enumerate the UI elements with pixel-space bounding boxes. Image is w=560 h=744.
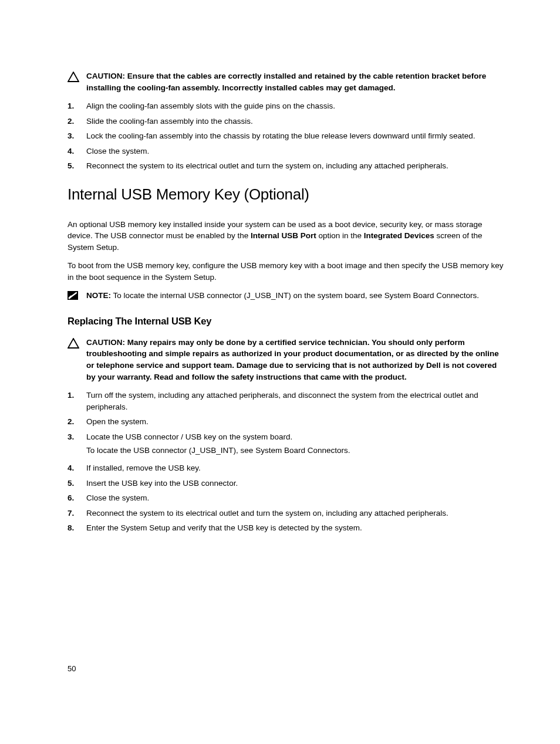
list-item: 2. Open the system. bbox=[68, 416, 504, 428]
list-text: If installed, remove the USB key. bbox=[86, 462, 504, 474]
list-num: 5. bbox=[68, 478, 86, 489]
steps-list-1: 1. Align the cooling-fan assembly slots … bbox=[68, 100, 504, 172]
page-number: 50 bbox=[68, 664, 76, 675]
note-icon bbox=[68, 291, 86, 300]
caution-text-1: CAUTION: Ensure that the cables are corr… bbox=[86, 70, 504, 93]
list-text: Locate the USB connector / USB key on th… bbox=[86, 431, 504, 459]
list-item: 1. Turn off the system, including any at… bbox=[68, 390, 504, 412]
list-item: 3. Locate the USB connector / USB key on… bbox=[68, 431, 504, 459]
list-num: 5. bbox=[68, 160, 86, 172]
list-text: Close the system. bbox=[86, 146, 504, 157]
list-num: 3. bbox=[68, 130, 86, 142]
list-item: 7. Reconnect the system to its electrica… bbox=[68, 508, 504, 519]
list-item: 4. If installed, remove the USB key. bbox=[68, 462, 504, 474]
list-num: 4. bbox=[68, 462, 86, 474]
list-text: Lock the cooling-fan assembly into the c… bbox=[86, 130, 504, 142]
list-item: 5. Insert the USB key into the USB conne… bbox=[68, 478, 504, 489]
list-item: 1. Align the cooling-fan assembly slots … bbox=[68, 100, 504, 112]
list-num: 2. bbox=[68, 416, 86, 428]
list-text: Open the system. bbox=[86, 416, 504, 428]
list-text: Enter the System Setup and verify that t… bbox=[86, 522, 504, 534]
caution-icon bbox=[68, 338, 86, 349]
paragraph-2: To boot from the USB memory key, configu… bbox=[68, 260, 504, 283]
list-num: 1. bbox=[68, 100, 86, 112]
note-block-1: NOTE: To locate the internal USB connect… bbox=[68, 290, 504, 302]
list-text: Slide the cooling-fan assembly into the … bbox=[86, 116, 504, 127]
list-num: 6. bbox=[68, 492, 86, 504]
caution-icon bbox=[68, 72, 86, 82]
steps-list-2: 1. Turn off the system, including any at… bbox=[68, 390, 504, 534]
list-num: 8. bbox=[68, 522, 86, 534]
list-text: Reconnect the system to its electrical o… bbox=[86, 160, 504, 172]
list-item: 6. Close the system. bbox=[68, 492, 504, 504]
list-num: 1. bbox=[68, 390, 86, 412]
list-text: Close the system. bbox=[86, 492, 504, 504]
list-num: 2. bbox=[68, 116, 86, 127]
list-num: 3. bbox=[68, 431, 86, 459]
list-item: 2. Slide the cooling-fan assembly into t… bbox=[68, 116, 504, 127]
caution-block-2: CAUTION: Many repairs may only be done b… bbox=[68, 337, 504, 383]
list-num: 7. bbox=[68, 508, 86, 519]
caution-block-1: CAUTION: Ensure that the cables are corr… bbox=[68, 70, 504, 93]
list-text: Insert the USB key into the USB connecto… bbox=[86, 478, 504, 489]
list-text: Reconnect the system to its electrical o… bbox=[86, 508, 504, 519]
list-item: 5. Reconnect the system to its electrica… bbox=[68, 160, 504, 172]
list-item: 8. Enter the System Setup and verify tha… bbox=[68, 522, 504, 534]
list-item: 3. Lock the cooling-fan assembly into th… bbox=[68, 130, 504, 142]
list-item: 4. Close the system. bbox=[68, 146, 504, 157]
note-text: NOTE: To locate the internal USB connect… bbox=[86, 290, 479, 302]
heading-sub: Replacing The Internal USB Key bbox=[68, 314, 504, 329]
caution-text-2: CAUTION: Many repairs may only be done b… bbox=[86, 337, 504, 383]
list-text: Turn off the system, including any attac… bbox=[86, 390, 504, 412]
paragraph-1: An optional USB memory key installed ins… bbox=[68, 219, 504, 253]
heading-main: Internal USB Memory Key (Optional) bbox=[68, 184, 504, 206]
list-num: 4. bbox=[68, 146, 86, 157]
list-text: Align the cooling-fan assembly slots wit… bbox=[86, 100, 504, 112]
